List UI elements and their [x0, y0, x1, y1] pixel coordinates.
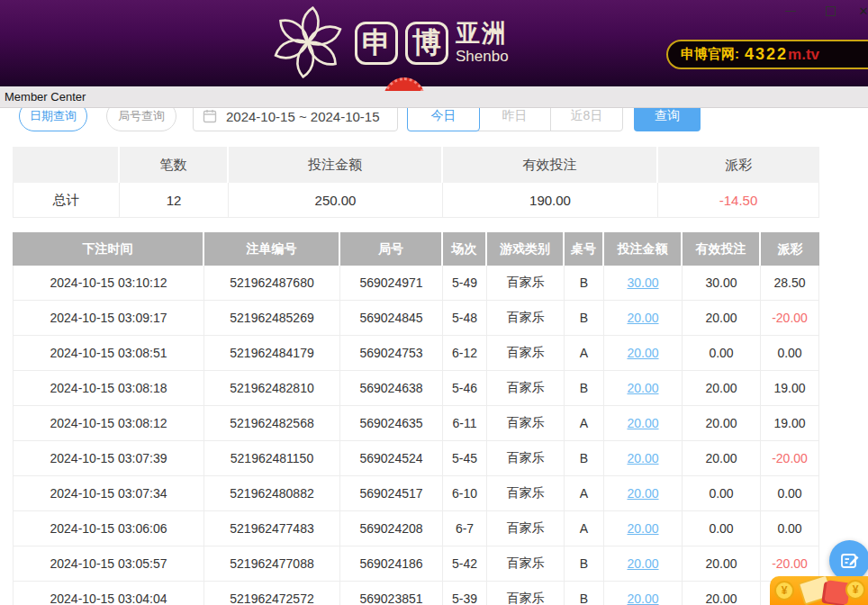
cell-payout: -20.00 [761, 441, 819, 475]
cell-game-type: 百家乐 [487, 266, 565, 300]
cell-game-type: 百家乐 [487, 406, 565, 440]
bet-amount-link[interactable]: 20.00 [627, 346, 658, 360]
cell-bet-time: 2024-10-15 03:08:18 [13, 371, 204, 405]
table-row: 2024-10-15 03:07:39521962481150569024524… [13, 441, 819, 476]
cell-payout: 0.00 [761, 336, 819, 370]
summary-header-row: 笔数 投注金额 有效投注 派彩 [13, 147, 819, 183]
official-site-pill[interactable]: 申博官网: 4322 m.tv [666, 40, 868, 69]
bet-amount-link[interactable]: 20.00 [627, 591, 658, 605]
cell-valid-bet: 20.00 [683, 546, 761, 581]
cell-order-no: 521962484179 [204, 336, 340, 370]
cell-order-no: 521962482568 [204, 406, 340, 440]
date-range-value: 2024-10-15 ~ 2024-10-15 [226, 109, 380, 124]
bet-amount-link[interactable]: 20.00 [627, 556, 658, 571]
cell-bet-time: 2024-10-15 03:07:34 [13, 476, 204, 510]
cell-session: 5-46 [443, 371, 487, 405]
maximize-icon[interactable] [817, 0, 844, 22]
cell-order-no: 521962477483 [204, 511, 340, 546]
summary-total-label: 总计 [13, 183, 120, 218]
cell-order-no: 521962481150 [204, 441, 340, 475]
table-row: 2024-10-15 03:05:57521962477088569024186… [13, 546, 819, 582]
bet-amount-link[interactable]: 20.00 [627, 311, 658, 325]
cell-table-no: A [565, 476, 604, 510]
header-valid-bet: 有效投注 [683, 232, 761, 266]
table-row: 2024-10-15 03:10:12521962487680569024971… [13, 266, 819, 301]
red-envelope-promo[interactable]: ¥ ¥ [770, 576, 868, 605]
cell-bet-amount: 20.00 [604, 441, 683, 475]
cell-session: 5-45 [443, 441, 487, 475]
cell-table-no: A [565, 406, 604, 440]
cell-session: 5-48 [443, 301, 487, 335]
cell-payout: -20.00 [761, 301, 819, 335]
cell-round-no: 569024753 [340, 336, 443, 370]
header-game-type: 游戏类别 [487, 232, 565, 266]
table-row: 2024-10-15 03:08:51521962484179569024753… [13, 336, 819, 371]
coin-icon: ¥ [774, 581, 794, 600]
bet-amount-link[interactable]: 30.00 [627, 275, 658, 290]
cell-bet-time: 2024-10-15 03:08:12 [13, 406, 204, 440]
cell-valid-bet: 20.00 [683, 582, 761, 605]
cell-round-no: 569023851 [340, 582, 443, 605]
cell-order-no: 521962472572 [204, 582, 340, 605]
logo-char-bo: 博 [405, 22, 448, 65]
summary-header-valid-bet: 有效投注 [443, 147, 658, 183]
header-order-no: 注单编号 [204, 232, 340, 266]
cell-valid-bet: 20.00 [683, 371, 761, 405]
cell-game-type: 百家乐 [487, 546, 565, 581]
bet-amount-link[interactable]: 20.00 [627, 451, 658, 465]
close-icon[interactable]: ✕ [850, 0, 868, 22]
cell-valid-bet: 0.00 [683, 476, 761, 510]
cell-round-no: 569024517 [340, 476, 443, 510]
summary-payout-value: -14.50 [658, 183, 819, 218]
bet-amount-link[interactable]: 20.00 [627, 381, 658, 395]
minimize-icon[interactable] [777, 0, 804, 22]
cell-order-no: 521962480882 [204, 476, 340, 510]
feedback-edit-button[interactable] [829, 540, 868, 581]
logo-wordmark: 亚洲 Shenbo [456, 22, 509, 66]
cell-game-type: 百家乐 [487, 301, 565, 335]
header-round-no: 局号 [340, 232, 443, 266]
bet-amount-link[interactable]: 20.00 [627, 486, 658, 501]
cell-payout: 19.00 [761, 406, 819, 440]
cell-bet-amount: 30.00 [604, 266, 683, 300]
cell-session: 5-49 [443, 266, 487, 300]
cell-round-no: 569024971 [340, 266, 443, 300]
cell-session: 6-11 [443, 406, 487, 440]
table-row: 2024-10-15 03:08:18521962482810569024638… [13, 371, 819, 406]
cell-order-no: 521962487680 [204, 266, 340, 300]
cell-order-no: 521962485269 [204, 301, 340, 335]
cell-bet-time: 2024-10-15 03:10:12 [13, 266, 204, 300]
site-logo: 申 博 亚洲 Shenbo [268, 0, 509, 86]
table-row: 2024-10-15 03:08:12521962482568569024635… [13, 406, 819, 441]
cell-valid-bet: 0.00 [683, 511, 761, 546]
bet-amount-link[interactable]: 20.00 [627, 521, 658, 536]
cell-table-no: B [565, 441, 604, 475]
cell-table-no: B [565, 266, 604, 300]
cell-game-type: 百家乐 [487, 441, 565, 475]
cell-payout: 0.00 [761, 476, 819, 510]
logo-char-shen: 申 [355, 22, 398, 65]
cell-round-no: 569024186 [340, 546, 443, 581]
cell-bet-amount: 20.00 [604, 406, 683, 440]
cell-round-no: 569024845 [340, 301, 443, 335]
cell-game-type: 百家乐 [487, 336, 565, 370]
cell-session: 5-39 [443, 582, 487, 605]
cell-bet-time: 2024-10-15 03:09:17 [13, 301, 204, 335]
cell-game-type: 百家乐 [487, 371, 565, 405]
cell-table-no: B [565, 301, 604, 335]
cell-valid-bet: 30.00 [683, 266, 761, 300]
cell-payout: 19.00 [761, 371, 819, 405]
site-banner: 申 博 亚洲 Shenbo 申博官网: 4322 m.tv [0, 0, 868, 86]
summary-table: 笔数 投注金额 有效投注 派彩 总计 12 250.00 190.00 -14.… [13, 147, 819, 218]
official-site-suffix: m.tv [788, 46, 819, 64]
table-body: 2024-10-15 03:10:12521962487680569024971… [13, 266, 819, 605]
logo-sub-text: Shenbo [456, 48, 509, 66]
bet-amount-link[interactable]: 20.00 [627, 416, 658, 430]
summary-header-bet-amount: 投注金额 [229, 147, 443, 183]
cell-game-type: 百家乐 [487, 511, 565, 546]
table-header-row: 下注时间 注单编号 局号 场次 游戏类别 桌号 投注金额 有效投注 派彩 [13, 232, 819, 266]
cell-bet-amount: 20.00 [604, 582, 683, 605]
header-payout: 派彩 [761, 232, 819, 266]
summary-count-value: 12 [120, 183, 229, 218]
cell-bet-amount: 20.00 [604, 371, 683, 405]
